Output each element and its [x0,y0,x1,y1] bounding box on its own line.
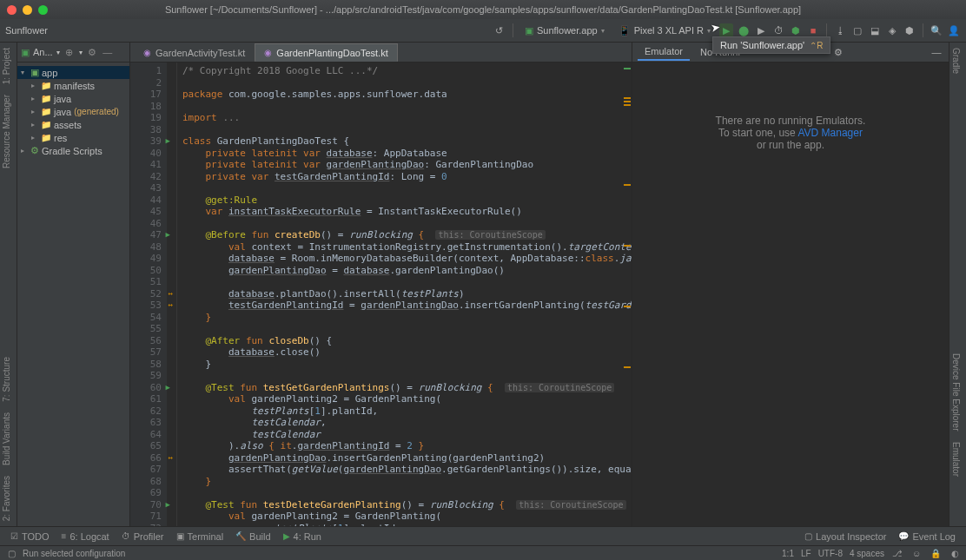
todo-tab[interactable]: ☑TODO [5,531,55,542]
editor-area: ◉ GardenActivityTest.kt ◉ GardenPlanting… [130,43,632,526]
tree-node-java-gen[interactable]: ▸📁 java (generated) [17,105,129,118]
run-tooltip: Run 'Sunflower.app' ⌃R [712,36,830,54]
git-branch-icon[interactable]: ⎇ [891,547,903,559]
lock-icon[interactable]: 🔒 [930,547,942,559]
avd-manager-link[interactable]: AVD Manager [797,127,862,139]
sdk-manager-icon[interactable]: ⬓ [868,23,882,37]
settings-icon[interactable]: ⚙ [86,46,98,58]
tab-garden-planting-dao-test[interactable]: ◉ GardenPlantingDaoTest.kt [255,43,397,62]
status-bar: ▢ Run selected configuration 1:1 LF UTF-… [0,545,966,560]
run-tab[interactable]: ▶4: Run [278,531,327,542]
editor-tabs: ◉ GardenActivityTest.kt ◉ GardenPlanting… [130,43,632,63]
account-icon[interactable]: 👤 [947,23,961,37]
device-file-explorer-tab[interactable]: Device File Explorer [949,348,963,436]
device-selector[interactable]: 📱 Pixel 3 XL API R ▾ [613,24,716,37]
android-icon: ▣ [525,25,533,36]
run-button[interactable]: ▶ [719,23,733,37]
gear-icon[interactable]: ⚙ [831,45,845,59]
emulator-tool-tab[interactable]: Emulator [949,437,963,482]
profile-button[interactable]: ⏱ [771,23,785,37]
resource-manager-tab[interactable]: Resource Manager [0,89,17,174]
coverage-button[interactable]: ▶ [754,23,768,37]
window-controls [7,5,48,15]
build-tab[interactable]: 🔨Build [230,531,275,542]
indent-info[interactable]: 4 spaces [850,549,884,558]
inspections-icon[interactable]: ☺ [910,547,923,559]
vcs-update-icon[interactable]: ⭳ [833,23,847,37]
line-ending[interactable]: LF [801,549,811,558]
favorites-tab[interactable]: 2: Favorites [0,471,17,526]
titlebar: Sunflower [~/Documents/Sunflower] - .../… [0,0,966,19]
code-editor[interactable]: 121718193839▶4041424344454647▶4849505152… [130,63,632,526]
maximize-window[interactable] [38,5,48,15]
code-content[interactable]: /* Copyright 2018 Google LLC ...*/packag… [177,63,632,526]
breadcrumb[interactable]: Sunflower [5,25,48,36]
kotlin-file-icon: ◉ [143,48,151,57]
event-log-tab[interactable]: 💬Event Log [893,531,961,542]
left-tool-strip: 1: Project Resource Manager 7: Structure… [0,43,17,526]
view-mode-label[interactable]: An... [33,47,53,57]
search-icon[interactable]: 🔍 [930,23,943,37]
encoding[interactable]: UTF-8 [818,549,843,558]
no-emulator-msg: There are no running Emulators. [716,115,866,127]
logcat-tab[interactable]: ≡6: Logcat [56,531,115,542]
tree-node-gradle[interactable]: ▸⚙ Gradle Scripts [17,144,129,157]
emulator-tab[interactable]: Emulator [638,43,690,61]
terminal-tab[interactable]: ▣Terminal [171,531,229,542]
kotlin-file-icon: ◉ [264,48,272,57]
hide-panel-icon[interactable]: — [930,45,943,59]
attach-debugger-button[interactable]: ⬢ [789,23,803,37]
tree-node-manifests[interactable]: ▸📁 manifests [17,79,129,92]
process-icon[interactable]: ◐ [949,547,961,559]
resource-manager-icon[interactable]: ◈ [885,23,899,37]
stop-button[interactable]: ■ [806,23,820,37]
tab-garden-activity-test[interactable]: ◉ GardenActivityTest.kt [134,43,255,62]
tree-node-app[interactable]: ▾▣ app [17,66,129,79]
tree-node-java[interactable]: ▸📁 java [17,92,129,105]
mouse-cursor: ➤ [710,20,721,35]
tree-node-assets[interactable]: ▸📁 assets [17,118,129,131]
sync-icon[interactable]: ↺ [493,23,506,37]
avd-hint: To start one, use AVD Manager [718,127,863,139]
run-app-hint: or run the app. [757,139,824,151]
bottom-tool-tabs: ☑TODO ≡6: Logcat ⏱Profiler ▣Terminal 🔨Bu… [0,526,966,545]
project-tool-tab[interactable]: 1: Project [0,43,17,89]
locate-icon[interactable]: ⊕ [63,46,76,58]
emulator-body: There are no running Emulators. To start… [632,63,949,526]
avd-manager-icon[interactable]: ▢ [850,23,864,37]
project-tree: ▾▣ app ▸📁 manifests ▸📁 java ▸📁 java (gen… [17,63,129,161]
build-variants-tab[interactable]: Build Variants [0,407,17,471]
cursor-position[interactable]: 1:1 [782,549,794,558]
debug-button[interactable]: ⬤ [737,23,751,37]
right-tool-strip: Gradle Device File Explorer Emulator [949,43,966,526]
structure-tab[interactable]: 7: Structure [0,352,17,407]
close-window[interactable] [7,5,17,15]
window-title: Sunflower [~/Documents/Sunflower] - .../… [165,4,801,15]
emulator-panel: Emulator No Runni ⚙ — There are no runni… [632,43,949,526]
line-gutter: 121718193839▶4041424344454647▶4849505152… [130,63,167,526]
hide-icon[interactable]: — [102,46,114,58]
project-panel: ▣ An... ▾ ⊕ ▾ ⚙ — ▾▣ app ▸📁 manifests ▸📁… [17,43,130,526]
tree-node-res[interactable]: ▸📁 res [17,131,129,144]
status-message: Run selected configuration [23,549,125,558]
gradle-tool-tab[interactable]: Gradle [949,43,963,79]
profiler-tab[interactable]: ⏱Profiler [116,531,169,542]
editor-scrollbar[interactable] [621,63,632,526]
run-config-selector[interactable]: ▣ Sunflower.app ▾ [519,24,610,37]
tool-windows-icon[interactable]: ▢ [5,547,17,559]
gradle-icon[interactable]: ⬢ [903,23,916,37]
android-view-icon: ▣ [21,47,30,58]
layout-inspector-tab[interactable]: ▢Layout Inspector [799,531,891,542]
phone-icon: 📱 [619,25,631,36]
minimize-window[interactable] [23,5,32,15]
project-panel-header: ▣ An... ▾ ⊕ ▾ ⚙ — [17,43,129,63]
